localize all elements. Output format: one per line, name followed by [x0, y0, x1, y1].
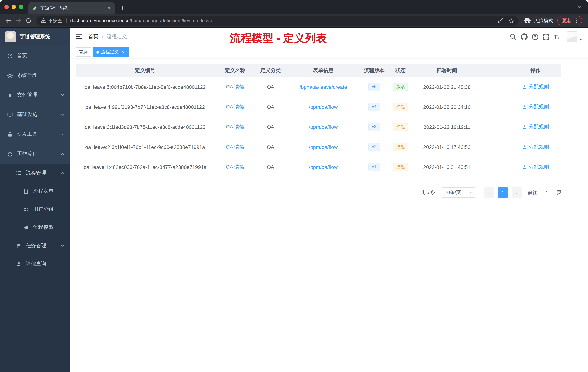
back-button[interactable] [3, 15, 13, 26]
sidebar-item-2[interactable]: ¥ 支付管理 [0, 85, 70, 105]
sidebar-item-3[interactable]: 基础设施 [0, 105, 70, 124]
breadcrumb-current: 流程定义 [106, 33, 127, 40]
breadcrumb-home-link[interactable]: 首页 [88, 33, 99, 40]
window-close-button[interactable] [4, 5, 9, 9]
pagination: 共 5 条 10条/页 ‹ 1 › 前往 1 页 [76, 187, 561, 198]
app-logo-image [5, 31, 16, 42]
sidebar-item-0[interactable]: 首页 [0, 46, 70, 66]
assign-rule-link[interactable]: 分配规则 [522, 164, 549, 170]
tab-search-chevron-icon[interactable] [577, 4, 582, 10]
column-header-2: 定义分类 [256, 64, 285, 77]
assign-rule-link[interactable]: 分配规则 [522, 104, 549, 110]
status-badge: 挂起 [393, 123, 408, 131]
cell-category: OA [256, 97, 285, 117]
column-header-7: 操作 [509, 64, 561, 77]
avatar-dropdown[interactable] [567, 31, 583, 42]
user-icon [522, 125, 527, 129]
new-tab-button[interactable]: + [118, 3, 127, 13]
sidebar-item-10[interactable]: 任务管理 [0, 237, 70, 255]
sidebar-item-7[interactable]: 流程表单 [0, 182, 70, 200]
definition-table: 定义编号定义名称定义分类表单信息流程版本状态部署时间操作 oa_leave:5:… [76, 64, 561, 177]
cell-deploy-time: 2022-01-22 20:34:10 [414, 97, 480, 117]
yen-icon: ¥ [7, 92, 13, 98]
font-size-icon[interactable] [554, 33, 560, 40]
goto-page-input[interactable]: 1 [540, 188, 554, 197]
cell-category: OA [256, 77, 285, 97]
status-badge: 挂起 [393, 143, 408, 151]
bookmark-star-icon[interactable] [508, 18, 514, 23]
cell-category: OA [256, 117, 285, 137]
tag-0[interactable]: 首页 [76, 47, 91, 57]
version-badge: v2 [368, 143, 380, 151]
definition-name-link[interactable]: OA 请假 [226, 124, 244, 130]
table-body: oa_leave:5:004b710b-7b8a-11ec-8ef0-acde4… [76, 77, 561, 177]
user-icon [522, 85, 527, 89]
github-icon[interactable] [521, 33, 528, 40]
chevron-down-icon [60, 93, 65, 97]
sidebar-item-11[interactable]: 请假查询 [0, 255, 70, 273]
next-page-button[interactable]: › [512, 187, 522, 198]
url-path: /bpm/manager/definition?key=oa_leave [130, 18, 212, 23]
cell-deploy-time: 2022-01-16 01:40:51 [414, 157, 480, 177]
form-link[interactable]: /bpm/oa/flow [309, 164, 338, 170]
tag-close-icon[interactable]: × [121, 49, 126, 55]
address-bar[interactable]: 不安全 dashboard.yudao.iocoder.cn/bpm/manag… [36, 15, 519, 26]
window-zoom-button[interactable] [19, 5, 23, 9]
cell-definition-id: oa_leave:2:3c1f0ef1-76b1-11ec-9c66-a2380… [76, 137, 214, 157]
form-link[interactable]: /bpm/oa/flow [309, 144, 338, 150]
browser-tab[interactable]: 芋道管理系统 × [28, 2, 115, 14]
header-filler [480, 64, 509, 77]
browser-toolbar: 不安全 dashboard.yudao.iocoder.cn/bpm/manag… [0, 14, 588, 28]
sidebar-toggle-hamburger-icon[interactable] [76, 33, 83, 40]
search-icon[interactable] [509, 33, 517, 40]
page-number-button[interactable]: 1 [498, 187, 508, 198]
breadcrumb: 首页 / 流程定义 [88, 33, 127, 40]
assign-rule-link[interactable]: 分配规则 [522, 124, 549, 130]
update-button[interactable]: 更新 ⋮ [557, 16, 582, 25]
definition-name-link[interactable]: OA 请假 [226, 104, 244, 110]
forward-button[interactable] [13, 15, 23, 26]
security-chip[interactable]: 不安全 [41, 17, 63, 24]
list-icon [16, 170, 21, 176]
browser-menu-dots-icon[interactable]: ⋮ [574, 18, 578, 23]
definition-name-link[interactable]: OA 请假 [226, 84, 244, 90]
form-link[interactable]: /bpm/oa/flow [309, 124, 338, 130]
status-badge: 挂起 [393, 163, 408, 171]
page-size-select[interactable]: 10条/页 [441, 187, 476, 198]
chevron-up-icon [60, 152, 65, 156]
sidebar-item-5[interactable]: 工作流程 [0, 144, 70, 164]
definition-name-link[interactable]: OA 请假 [226, 144, 244, 150]
sidebar-item-1[interactable]: 系统管理 [0, 66, 70, 85]
assign-rule-link[interactable]: 分配规则 [522, 144, 549, 150]
sidebar-item-6[interactable]: 流程管理 [0, 164, 70, 182]
avatar[interactable] [567, 31, 578, 42]
table-header: 定义编号定义名称定义分类表单信息流程版本状态部署时间操作 [76, 64, 561, 77]
page-size-value: 10条/页 [445, 189, 461, 196]
sidebar-item-9[interactable]: 流程模型 [0, 219, 70, 237]
table-row: oa_leave:5:004b710b-7b8a-11ec-8ef0-acde4… [76, 77, 561, 97]
definition-name-link[interactable]: OA 请假 [226, 164, 244, 170]
form-link[interactable]: /bpm/oa/flow [309, 104, 338, 110]
window-controls [0, 0, 28, 14]
sidebar-item-8[interactable]: 用户分组 [0, 200, 70, 219]
assign-rule-link[interactable]: 分配规则 [522, 84, 549, 90]
window-minimize-button[interactable] [12, 5, 16, 9]
top-navbar: 首页 / 流程定义 流程模型 - 定义列表 [70, 28, 588, 46]
reload-button[interactable] [23, 15, 33, 26]
users-icon [23, 207, 29, 212]
chevron-down-icon [60, 132, 65, 136]
tab-close-icon[interactable]: × [106, 5, 112, 11]
sidebar-item-4[interactable]: 研发工具 [0, 124, 70, 144]
help-icon[interactable] [532, 33, 538, 40]
prev-page-button[interactable]: ‹ [484, 187, 494, 198]
password-key-icon[interactable] [497, 18, 503, 23]
fullscreen-icon[interactable] [543, 33, 549, 40]
status-badge: 激活 [393, 83, 408, 91]
goto-unit-label: 页 [557, 189, 561, 196]
url-host: dashboard.yudao.iocoder.cn [70, 18, 130, 23]
cell-definition-id: oa_leave:4:991f2193-7b7f-11ec-a3c8-acde4… [76, 97, 214, 117]
tag-1[interactable]: 流程定义 × [93, 47, 129, 57]
cell-definition-id: oa_leave:5:004b710b-7b8a-11ec-8ef0-acde4… [76, 77, 214, 97]
update-label: 更新 [562, 17, 572, 24]
form-link[interactable]: /bpm/oa/leave/create [299, 84, 347, 90]
